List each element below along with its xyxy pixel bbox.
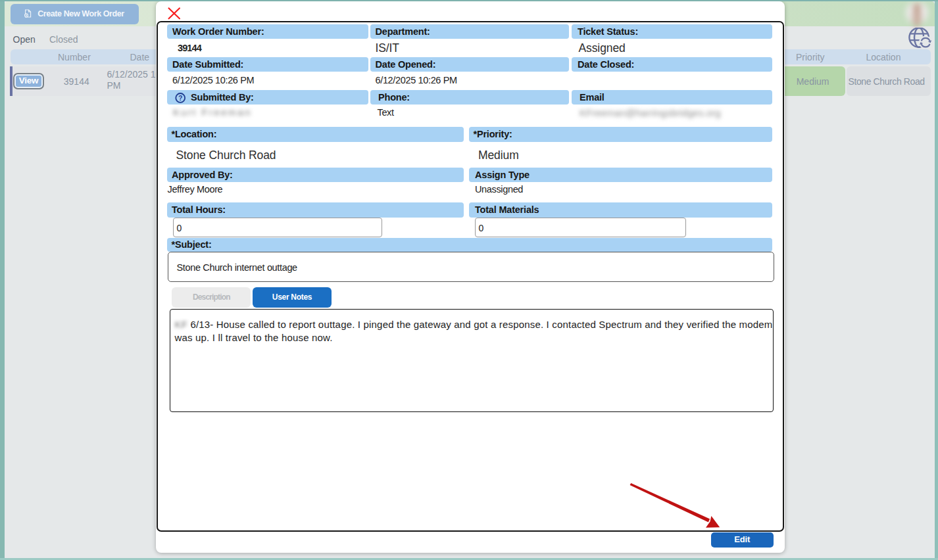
svg-text:?: ? [178,95,182,102]
